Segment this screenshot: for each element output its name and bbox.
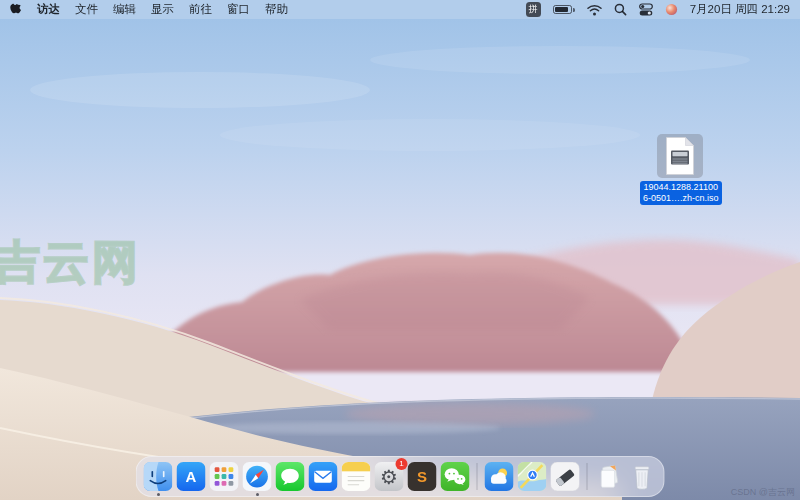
safari-icon (243, 462, 272, 491)
downloads-stack-icon (595, 462, 624, 491)
dock-item-maps[interactable] (518, 462, 547, 491)
messages-icon (276, 462, 305, 491)
input-method-icon[interactable]: 拼 (526, 2, 541, 17)
spotlight-search-icon[interactable] (614, 3, 627, 16)
dock-item-safari[interactable] (243, 462, 272, 491)
launchpad-icon (210, 462, 239, 491)
dock-item-trash[interactable] (628, 462, 657, 491)
app-store-icon (177, 462, 206, 491)
wechat-icon (441, 462, 470, 491)
sublime-text-icon (408, 462, 437, 491)
desktop-file-iso[interactable]: 19044.1288.21100 6-0501….zh-cn.iso (640, 134, 720, 205)
menu-window[interactable]: 窗口 (227, 2, 250, 17)
dock-item-mail[interactable] (309, 462, 338, 491)
corner-watermark: CSDN @吉云网 (731, 486, 795, 499)
dock-item-weather[interactable] (485, 462, 514, 491)
menu-view[interactable]: 显示 (151, 2, 174, 17)
running-indicator (256, 493, 259, 496)
active-app-menu[interactable]: 访达 (37, 2, 60, 17)
file-name-label: 19044.1288.21100 6-0501….zh-cn.iso (640, 181, 722, 205)
apple-menu-icon[interactable] (10, 3, 22, 17)
dock-item-system-settings[interactable]: ⚙ 1 (375, 462, 404, 491)
dock-separator (587, 463, 588, 490)
mail-icon (309, 462, 338, 491)
dock-item-sublime-text[interactable]: S (408, 462, 437, 491)
menu-bar: 访达 文件 编辑 显示 前往 窗口 帮助 拼 (0, 0, 800, 19)
menu-edit[interactable]: 编辑 (113, 2, 136, 17)
notification-badge: 1 (396, 458, 408, 470)
maps-icon (518, 462, 547, 491)
dock-item-messages[interactable] (276, 462, 305, 491)
menu-help[interactable]: 帮助 (265, 2, 288, 17)
siri-icon[interactable] (665, 3, 678, 16)
menu-go[interactable]: 前往 (189, 2, 212, 17)
dock-item-app-store[interactable]: A (177, 462, 206, 491)
dock-item-wechat[interactable] (441, 462, 470, 491)
dock-item-finder[interactable] (144, 462, 173, 491)
desktop-wallpaper (0, 0, 800, 500)
menu-file[interactable]: 文件 (75, 2, 98, 17)
dock: A (136, 456, 665, 497)
notes-icon (342, 462, 371, 491)
menu-bar-clock[interactable]: 7月20日 周四 21:29 (690, 2, 790, 17)
dock-item-notes[interactable] (342, 462, 371, 491)
trash-icon (628, 462, 657, 491)
control-center-icon[interactable] (639, 3, 653, 16)
dock-item-downloads-stack[interactable] (595, 462, 624, 491)
dock-separator (477, 463, 478, 490)
wifi-icon[interactable] (587, 4, 602, 16)
file-selection-tile (657, 134, 703, 178)
weather-icon (485, 462, 514, 491)
dock-item-launchpad[interactable] (210, 462, 239, 491)
eraser-app-icon (551, 462, 580, 491)
dock-item-eraser-utility[interactable] (551, 462, 580, 491)
battery-icon[interactable] (553, 5, 575, 14)
iso-document-icon (664, 137, 696, 175)
running-indicator (157, 493, 160, 496)
finder-icon (144, 462, 173, 491)
